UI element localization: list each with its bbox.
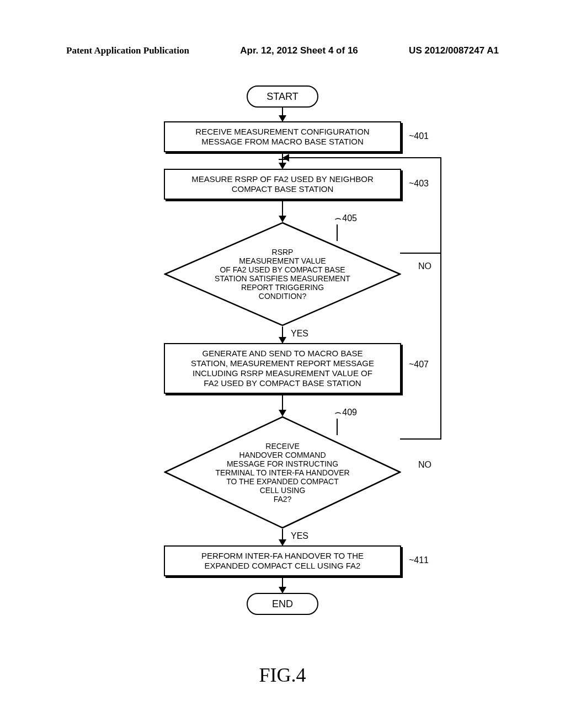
label-411: ~411 <box>409 555 429 565</box>
decision-409: RECEIVE HANDOVER COMMAND MESSAGE FOR INS… <box>164 416 401 529</box>
yes-label-2: YES <box>291 531 308 541</box>
arrow <box>282 576 283 593</box>
label-401: ~401 <box>409 131 429 141</box>
process-407: GENERATE AND SEND TO MACRO BASE STATION,… <box>164 343 401 394</box>
process-411-text: PERFORM INTER-FA HANDOVER TO THE EXPANDE… <box>201 551 364 570</box>
header-right: US 2012/0087247 A1 <box>409 45 499 56</box>
arrow <box>282 200 283 222</box>
connector <box>400 253 441 254</box>
connector <box>440 253 441 440</box>
label-409-connector: ⌢ <box>334 406 342 419</box>
arrow <box>282 394 283 416</box>
arrow <box>282 529 283 545</box>
end-terminal: END <box>247 593 318 615</box>
label-405: 405 <box>342 213 357 223</box>
connector <box>337 419 338 435</box>
yes-label-1: YES <box>291 329 308 339</box>
no-label-2: NO <box>418 460 431 470</box>
label-409: 409 <box>342 408 357 417</box>
arrow <box>282 326 283 343</box>
process-403-text: MEASURE RSRP OF FA2 USED BY NEIGHBOR COM… <box>191 174 374 194</box>
connector <box>337 224 338 241</box>
connector <box>440 157 441 254</box>
process-411: PERFORM INTER-FA HANDOVER TO THE EXPANDE… <box>164 545 401 576</box>
decision-405-text: RSRP MEASUREMENT VALUE OF FA2 USED BY CO… <box>186 248 379 301</box>
header-left: Patent Application Publication <box>66 45 189 56</box>
decision-409-text: RECEIVE HANDOVER COMMAND MESSAGE FOR INS… <box>186 441 379 504</box>
figure-label: FIG.4 <box>259 663 306 687</box>
decision-405: RSRP MEASUREMENT VALUE OF FA2 USED BY CO… <box>164 222 401 326</box>
no-label-1: NO <box>418 261 431 271</box>
flowchart-diagram: START RECEIVE MEASUREMENT CONFIGURATION … <box>106 85 459 615</box>
connector <box>400 438 441 440</box>
process-407-text: GENERATE AND SEND TO MACRO BASE STATION,… <box>191 349 374 388</box>
header-center: Apr. 12, 2012 Sheet 4 of 16 <box>240 45 358 56</box>
process-401-text: RECEIVE MEASUREMENT CONFIGURATION MESSAG… <box>195 127 369 146</box>
connector <box>283 157 441 158</box>
label-405-connector: ⌢ <box>334 212 342 224</box>
process-403: MEASURE RSRP OF FA2 USED BY NEIGHBOR COM… <box>164 169 401 200</box>
arrow <box>282 108 283 121</box>
process-401: RECEIVE MEASUREMENT CONFIGURATION MESSAG… <box>164 121 401 152</box>
start-terminal: START <box>247 85 318 108</box>
label-407: ~407 <box>409 360 429 370</box>
label-403: ~403 <box>409 179 429 189</box>
